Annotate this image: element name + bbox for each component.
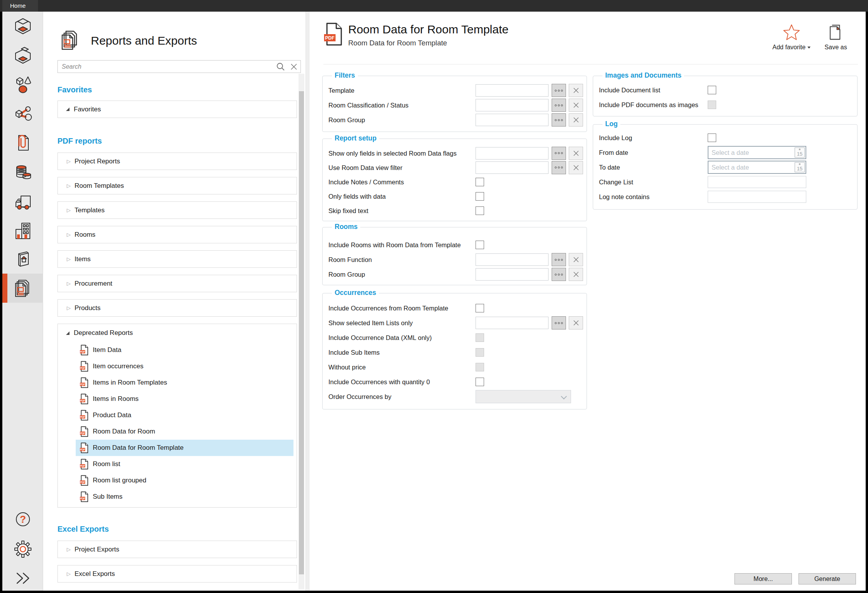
sidebar-item-documents[interactable] [2,131,43,155]
sidebar-item-logistics[interactable] [2,189,43,213]
include-notes-checkbox[interactable] [476,178,484,186]
order-occurrences-select[interactable] [476,390,571,403]
chevron-right-icon[interactable]: ▷ [67,183,71,189]
scrollbar-thumb[interactable] [299,91,304,574]
item-lists-input[interactable] [476,317,549,329]
room-classification-browse-button[interactable] [552,99,566,112]
room-data-view-filter-clear-button[interactable] [569,161,583,174]
save-as-button[interactable]: Save as [817,23,854,51]
room-group-browse-button[interactable] [552,113,566,127]
tree-item-templates[interactable]: ▷ Templates [57,201,297,219]
room-data-flags-clear-button[interactable] [569,147,583,160]
include-occurrences-checkbox[interactable] [476,304,484,312]
include-rooms-from-template-checkbox[interactable] [476,241,484,249]
fieldset-legend-occurrences: Occurrences [332,289,379,297]
sidebar-item-help[interactable]: ? [2,507,43,531]
more-button[interactable]: More... [734,573,792,584]
calendar-icon[interactable]: 15 [795,162,805,172]
chevron-right-icon[interactable]: ▷ [67,281,71,286]
sidebar-item-room-templates[interactable] [2,44,43,68]
tree-item-sub-items[interactable]: PDF Sub Items [58,489,297,505]
chevron-right-icon[interactable]: ▷ [67,158,71,164]
tree-item-project-reports[interactable]: ▷ Project Reports [57,153,297,170]
sidebar-item-expand[interactable] [2,566,43,590]
search-icon[interactable] [274,62,287,71]
log-note-input[interactable] [708,191,806,203]
sidebar-item-core[interactable] [2,248,43,272]
item-lists-clear-button[interactable] [569,316,583,329]
chevron-right-icon[interactable]: ▷ [67,207,71,213]
chevron-right-icon[interactable]: ▷ [67,256,71,262]
tree-item-deprecated-reports[interactable]: Deprecated Reports [58,324,297,342]
template-clear-button[interactable] [569,84,583,97]
tree-item-item-occurrences[interactable]: PDF Item occurrences [58,358,297,375]
rooms-room-group-input[interactable] [476,268,549,281]
include-log-checkbox[interactable] [708,134,716,142]
only-fields-with-data-checkbox[interactable] [476,192,484,201]
room-group-clear-button[interactable] [569,113,583,127]
chevron-expanded-icon[interactable] [66,331,69,335]
clear-icon [573,150,580,157]
room-data-view-filter-browse-button[interactable] [552,161,566,174]
tree-item-item-data[interactable]: PDF Item Data [58,342,297,358]
room-classification-clear-button[interactable] [569,99,583,112]
tree-item-room-templates[interactable]: ▷ Room Templates [57,177,297,194]
room-function-browse-button[interactable] [552,253,566,266]
panel-scrollbar[interactable] [299,74,304,590]
tree-item-room-data-for-room[interactable]: PDF Room Data for Room [58,423,297,440]
chevron-expanded-icon[interactable] [66,108,69,111]
tree-item-procurement[interactable]: ▷ Procurement [57,275,297,292]
quantity-zero-checkbox[interactable] [476,378,484,386]
clear-icon [573,87,580,94]
chevron-right-icon[interactable]: ▷ [67,546,71,552]
item-lists-browse-button[interactable] [552,316,566,329]
room-data-flags-browse-button[interactable] [552,147,566,160]
generate-button[interactable]: Generate [799,573,856,584]
calendar-icon[interactable]: 15 [795,147,805,158]
tree-item-items[interactable]: ▷ Items [57,250,297,268]
tree-item-products[interactable]: ▷ Products [57,299,297,317]
to-date-picker[interactable]: Select a date 15 [708,161,806,174]
template-browse-button[interactable] [552,84,566,97]
rooms-room-group-clear-button[interactable] [569,268,583,281]
sidebar-item-items[interactable] [2,73,43,97]
sidebar-item-products[interactable] [2,102,43,126]
room-data-view-filter-input[interactable] [476,161,549,174]
room-classification-input[interactable] [476,99,549,111]
sidebar-item-reports[interactable] [2,274,43,303]
tree-item-favorites[interactable]: Favorites [57,101,297,118]
template-input[interactable] [476,84,549,97]
tree-item-room-list-grouped[interactable]: PDF Room list grouped [58,472,297,489]
tree-item-rooms[interactable]: ▷ Rooms [57,226,297,243]
tree-item-items-in-rooms[interactable]: PDF Items in Rooms [58,391,297,407]
chevron-right-icon[interactable]: ▷ [67,571,71,577]
change-list-input[interactable] [708,176,806,188]
add-favorite-button[interactable]: Add favorite [768,23,815,51]
room-group-input[interactable] [476,114,549,126]
pdf-file-icon: PDF [80,459,88,470]
sidebar-item-rooms[interactable] [2,14,43,38]
room-function-clear-button[interactable] [569,253,583,266]
form-row: Change List [593,175,857,189]
home-tab[interactable]: Home [2,0,38,12]
tree-item-project-exports[interactable]: ▷ Project Exports [57,541,297,558]
form-row: Show only fields in selected Room Data f… [323,146,587,160]
tree-item-product-data[interactable]: PDF Product Data [58,407,297,423]
include-document-list-checkbox[interactable] [708,86,716,94]
sidebar-item-buildings[interactable] [2,219,43,243]
skip-fixed-text-checkbox[interactable] [476,206,484,215]
tree-item-room-data-for-room-template-selected[interactable]: PDF Room Data for Room Template [76,440,293,456]
rooms-room-group-browse-button[interactable] [552,268,566,281]
room-function-input[interactable] [476,253,549,266]
tree-item-excel-exports[interactable]: ▷ Excel Exports [57,565,297,583]
clear-search-icon[interactable] [287,62,300,71]
sidebar-item-settings[interactable] [2,537,43,561]
chevron-right-icon[interactable]: ▷ [67,232,71,238]
tree-item-room-list[interactable]: PDF Room list [58,456,297,472]
tree-item-items-in-room-templates[interactable]: PDF Items in Room Templates [58,375,297,391]
from-date-picker[interactable]: Select a date 15 [708,146,806,159]
search-input[interactable] [58,63,274,70]
room-data-flags-input[interactable] [476,147,549,160]
sidebar-item-finance[interactable] [2,160,43,184]
chevron-right-icon[interactable]: ▷ [67,305,71,311]
